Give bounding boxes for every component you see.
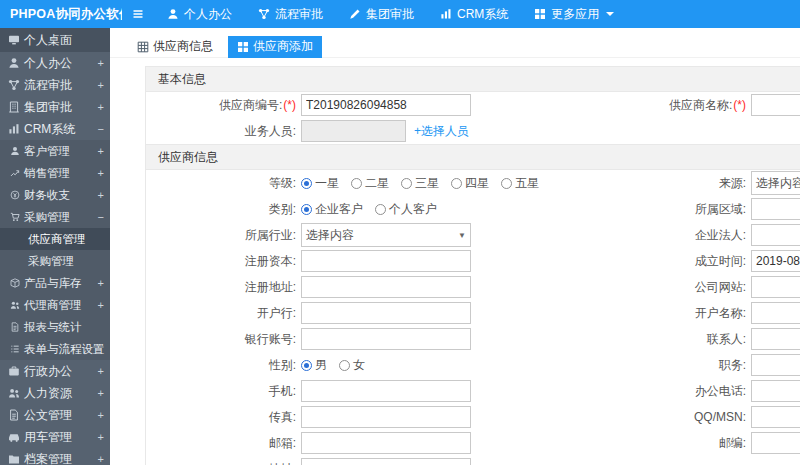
registered-capital-input[interactable] xyxy=(301,250,471,272)
sidebar-item-reports[interactable]: 报表与统计 xyxy=(0,316,110,338)
sidebar-item-personal-office[interactable]: 个人办公+ xyxy=(0,52,110,74)
sidebar-item-archive-mgmt[interactable]: 档案管理+ xyxy=(0,448,110,465)
form-cell: 银行账号: xyxy=(146,328,566,350)
nav-item-3[interactable]: CRM系统 xyxy=(427,0,521,28)
nav-item-2[interactable]: 集团审批 xyxy=(336,0,427,28)
sidebar-item-finance[interactable]: 财务收支+ xyxy=(0,184,110,206)
field-label: 开户名称: xyxy=(566,305,751,322)
select-value: 选择内容 xyxy=(306,227,354,244)
nav-item-label: 个人办公 xyxy=(184,6,232,23)
field-label: 等级: xyxy=(146,175,301,192)
sidebar-item-process-approval[interactable]: 流程审批+ xyxy=(0,74,110,96)
sidebar-item-purchase-mgmt-item[interactable]: 采购管理 xyxy=(0,250,110,272)
radio-option[interactable]: 一星 xyxy=(301,175,339,192)
form-row: 传真:QQ/MSN: xyxy=(146,404,800,430)
company-website-input[interactable] xyxy=(751,276,800,298)
established-time-input[interactable] xyxy=(751,250,800,272)
choose-person-link[interactable]: +选择人员 xyxy=(414,123,469,140)
sidebar-item-supplier-mgmt[interactable]: 供应商管理 xyxy=(0,228,110,250)
field-label-text: 邮编: xyxy=(719,436,746,450)
region-input[interactable] xyxy=(751,198,800,220)
field-label-text: 所属行业: xyxy=(245,228,296,242)
tab-supplier-add[interactable]: 供应商添加 xyxy=(228,36,322,58)
radio-option[interactable]: 五星 xyxy=(501,175,539,192)
form-cell: QQ/MSN: xyxy=(566,406,800,428)
business-staff-input[interactable] xyxy=(301,120,406,142)
sidebar-item-purchase-mgmt[interactable]: 采购管理− xyxy=(0,206,110,228)
bank-input[interactable] xyxy=(301,302,471,324)
nav-item-1[interactable]: 流程审批 xyxy=(245,0,336,28)
field-label: 银行账号: xyxy=(146,331,301,348)
radio-option[interactable]: 个人客户 xyxy=(375,201,437,218)
form-cell: 公司网站: xyxy=(566,276,800,298)
field-label: 注册资本: xyxy=(146,253,301,270)
sidebar-item-desktop[interactable]: 个人桌面 xyxy=(0,28,110,52)
sidebar-item-group-approval[interactable]: 集团审批+ xyxy=(0,96,110,118)
section-header: 供应商信息 xyxy=(146,144,800,170)
account-name-input[interactable] xyxy=(751,302,800,324)
field-label: 办公电话: xyxy=(566,383,751,400)
field-label-text: 类别: xyxy=(269,202,296,216)
nav-item-4[interactable]: 更多应用 xyxy=(521,0,627,28)
report-icon xyxy=(10,322,20,332)
fax-input[interactable] xyxy=(301,406,471,428)
nav-item-0[interactable]: 个人办公 xyxy=(154,0,245,28)
form-cell: 性别:男女 xyxy=(146,357,566,374)
form-panel: 基本信息供应商编号:(*)供应商名称:(*)业务人员:+选择人员供应商信息等级:… xyxy=(145,66,800,465)
radio-icon xyxy=(501,178,512,189)
tab-label: 供应商添加 xyxy=(253,38,313,55)
sidebar-item-customer-mgmt[interactable]: 客户管理+ xyxy=(0,140,110,162)
postcode-input[interactable] xyxy=(751,432,800,454)
sidebar-item-label: CRM系统 xyxy=(24,121,75,138)
qq-msn-input[interactable] xyxy=(751,406,800,428)
mobile-input[interactable] xyxy=(301,380,471,402)
supplier-code-input[interactable] xyxy=(301,94,471,116)
nav-item-label: 流程审批 xyxy=(275,6,323,23)
radio-icon xyxy=(301,178,312,189)
office-phone-input[interactable] xyxy=(751,380,800,402)
radio-option[interactable]: 四星 xyxy=(451,175,489,192)
form-cell: 职务: xyxy=(566,354,800,376)
menu-icon[interactable] xyxy=(122,0,154,28)
form-cell: 传真: xyxy=(146,406,566,428)
radio-option[interactable]: 男 xyxy=(301,357,327,374)
email-input[interactable] xyxy=(301,432,471,454)
radio-option[interactable]: 三星 xyxy=(401,175,439,192)
bank-account-input[interactable] xyxy=(301,328,471,350)
radio-option[interactable]: 企业客户 xyxy=(301,201,363,218)
nav-item-label: 更多应用 xyxy=(551,6,599,23)
sidebar-item-label: 人力资源 xyxy=(24,385,72,402)
form-row: 等级:一星二星三星四星五星来源:选择内容▼ xyxy=(146,170,800,196)
form-cell: 联系人: xyxy=(566,328,800,350)
tab-supplier-info[interactable]: 供应商信息 xyxy=(128,36,222,58)
contact-input[interactable] xyxy=(751,328,800,350)
sidebar-item-form-flow-settings[interactable]: 表单与流程设置+ xyxy=(0,338,110,360)
legal-person-input[interactable] xyxy=(751,224,800,246)
field-label-text: 性别: xyxy=(269,358,296,372)
form-cell: 所属区域: xyxy=(566,198,800,220)
radio-option[interactable]: 二星 xyxy=(351,175,389,192)
field-label: 性别: xyxy=(146,357,301,374)
radio-option[interactable]: 女 xyxy=(339,357,365,374)
radio-icon xyxy=(375,204,386,215)
industry-select[interactable]: 选择内容▼ xyxy=(301,223,471,247)
registered-address-input[interactable] xyxy=(301,276,471,298)
address-input[interactable] xyxy=(301,458,471,465)
sidebar-item-doc-mgmt[interactable]: 公文管理+ xyxy=(0,404,110,426)
sidebar-item-admin-office[interactable]: 行政办公+ xyxy=(0,360,110,382)
sidebar-item-product-inventory[interactable]: 产品与库存+ xyxy=(0,272,110,294)
sidebar-item-crm-system[interactable]: CRM系统− xyxy=(0,118,110,140)
sidebar-item-agent-mgmt[interactable]: 代理商管理+ xyxy=(0,294,110,316)
radio-label: 三星 xyxy=(415,175,439,192)
field-label-text: 公司网站: xyxy=(695,280,746,294)
source-select[interactable]: 选择内容▼ xyxy=(751,171,800,195)
field-label: 企业法人: xyxy=(566,227,751,244)
supplier-name-input[interactable] xyxy=(751,94,800,116)
sidebar-item-label: 供应商管理 xyxy=(28,232,86,247)
field-label-text: 企业法人: xyxy=(695,228,746,242)
sidebar-item-hr[interactable]: 人力资源+ xyxy=(0,382,110,404)
app-logo: PHPOA协同办公软件 xyxy=(0,6,122,23)
position-input[interactable] xyxy=(751,354,800,376)
sidebar-item-sales-mgmt[interactable]: 销售管理+ xyxy=(0,162,110,184)
sidebar-item-vehicle-mgmt[interactable]: 用车管理+ xyxy=(0,426,110,448)
